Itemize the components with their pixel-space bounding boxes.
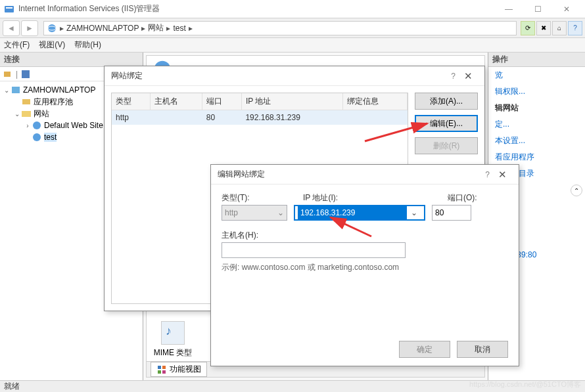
iis-icon [4,4,14,14]
ok-button[interactable]: 确定 [399,341,450,358]
forward-button[interactable]: ► [21,20,38,36]
action-edit-permissions[interactable]: 辑权限... [488,83,585,100]
stop-button[interactable]: ✖ [536,21,551,35]
server-icon [11,85,21,95]
globe-icon [32,132,42,142]
add-binding-button[interactable]: 添加(A)... [415,93,478,110]
breadcrumb[interactable]: ▸ ZAMHOWNLAPTOP ▸ 网站 ▸ test ▸ [43,21,517,35]
actions-header: 操作 [488,53,585,67]
edit-binding-button[interactable]: 编辑(E)... [415,115,478,132]
edit-close-button[interactable]: ✕ [492,169,512,181]
action-view-apps[interactable]: 看应用程序 [488,149,585,165]
col-port[interactable]: 端口 [202,93,242,110]
back-button[interactable]: ◄ [3,20,20,36]
svg-rect-0 [5,6,14,12]
collapse-button[interactable]: ⌃ [571,185,582,196]
cancel-button[interactable]: 取消 [457,341,508,358]
action-explore[interactable]: 览 [488,67,585,83]
crumb-site[interactable]: test [173,24,185,33]
col-host[interactable]: 主机名 [151,93,202,110]
svg-rect-5 [22,70,30,78]
maximize-button[interactable]: ☐ [523,1,552,18]
svg-point-10 [33,133,41,141]
mime-tile[interactable]: MIME 类型 [153,321,193,359]
svg-rect-15 [162,370,166,374]
globe-icon [32,120,42,131]
type-combo: http⌄ [222,205,287,221]
ip-address-input[interactable] [298,206,407,219]
home-button[interactable]: ⌂ [552,21,567,35]
col-ip[interactable]: IP 地址 [241,93,342,110]
hostname-hint: 示例: www.contoso.com 或 marketing.contoso.… [222,262,508,273]
refresh-button[interactable]: ⟳ [521,21,535,35]
action-section-edit-site: 辑网站 [488,100,585,116]
window-title: Internet Information Services (IIS)管理器 [18,3,494,14]
apppool-icon [21,97,32,107]
hostname-label: 主机名(H): [222,230,508,241]
menu-help[interactable]: 帮助(H) [74,39,101,51]
connections-header: 连接 [0,53,143,67]
edit-help-button[interactable]: ? [485,170,490,179]
col-info[interactable]: 绑定信息 [342,93,407,110]
svg-point-2 [48,24,56,32]
menu-file[interactable]: 文件(F) [4,39,30,51]
titlebar: Internet Information Services (IIS)管理器 —… [0,0,585,18]
port-input[interactable] [432,205,471,221]
ip-address-combo[interactable]: ⌄ [294,205,425,221]
svg-rect-13 [162,366,166,369]
navbar: ◄ ► ▸ ZAMHOWNLAPTOP ▸ 网站 ▸ test ▸ ⟳ ✖ ⌂ … [0,18,585,38]
edit-dialog-title: 编辑网站绑定 [218,169,485,180]
status-text: 就绪 [4,381,20,392]
svg-rect-4 [4,72,11,77]
edit-binding-dialog: 编辑网站绑定 ? ✕ 类型(T): IP 地址(I): 端口(O): http⌄… [210,164,519,366]
chevron-down-icon[interactable]: ⌄ [407,208,421,217]
port-label: 端口(O): [448,192,477,204]
folder-icon [21,108,32,119]
svg-rect-6 [12,87,20,93]
ip-label: IP 地址(I): [303,192,432,204]
bindings-dialog-title: 网站绑定 [111,70,451,81]
hostname-input[interactable] [222,242,406,258]
svg-rect-1 [6,7,12,9]
features-view-tab[interactable]: 功能视图 [151,362,207,377]
action-basic-settings[interactable]: 本设置... [488,133,585,149]
minimize-button[interactable]: — [494,1,523,18]
mime-icon [161,321,185,345]
server-icon [47,23,57,33]
grid-icon [156,364,167,375]
action-bindings[interactable]: 定... [488,116,585,133]
close-button[interactable]: ✕ [552,1,581,18]
svg-rect-12 [158,366,161,369]
crumb-sites[interactable]: 网站 [148,22,164,33]
save-icon[interactable] [20,69,31,79]
type-label: 类型(T): [222,192,287,204]
svg-rect-14 [158,370,161,374]
menubar: 文件(F) 视图(V) 帮助(H) [0,38,585,53]
connect-icon[interactable] [3,69,13,79]
crumb-host[interactable]: ZAMHOWNLAPTOP [66,24,139,33]
bindings-close-button[interactable]: ✕ [458,70,478,82]
watermark: https://blog.csdn.net/@51CTO博客 [469,380,581,389]
menu-view[interactable]: 视图(V) [39,39,65,51]
remove-binding-button: 删除(R) [415,137,478,154]
svg-point-9 [33,121,41,129]
col-type[interactable]: 类型 [112,93,151,110]
bindings-help-button[interactable]: ? [451,72,456,81]
svg-rect-7 [22,99,30,104]
binding-row[interactable]: http 80 192.168.31.239 [112,110,408,125]
help-button[interactable]: ? [568,21,582,35]
mime-label: MIME 类型 [153,347,193,359]
svg-rect-8 [22,111,31,117]
